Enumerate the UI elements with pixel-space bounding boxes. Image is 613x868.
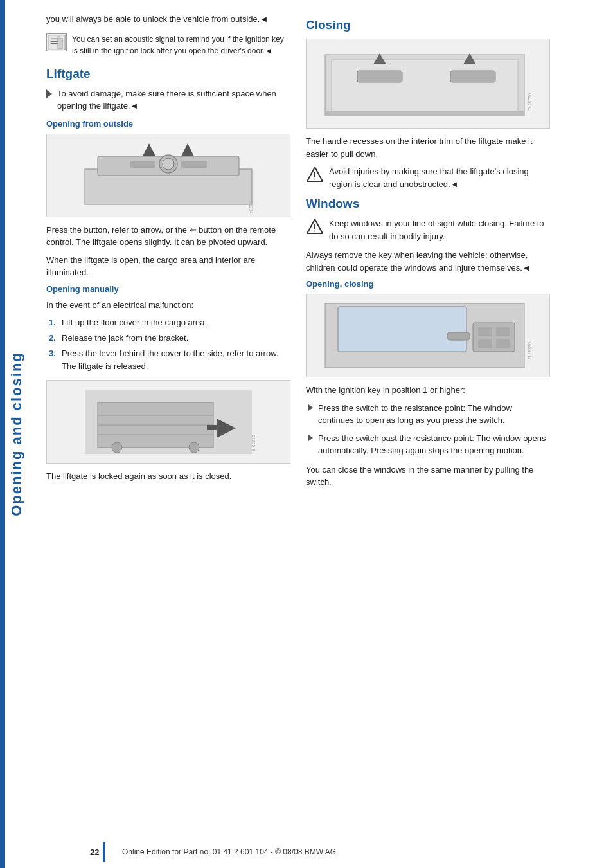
note-icon	[46, 33, 67, 51]
note-box: You can set an acoustic signal to remind…	[46, 33, 290, 57]
opening-manually-heading: Opening manually	[46, 284, 290, 294]
bullet-text-1: Press the switch to the resistance point…	[318, 402, 550, 427]
windows-text1: Always remove the key when leaving the v…	[306, 249, 550, 274]
list-text-2: Release the jack from the bracket.	[62, 332, 188, 345]
liftgate-heading: Liftgate	[46, 67, 290, 81]
list-item: 2. Release the jack from the bracket.	[46, 332, 290, 345]
numbered-list: 1. Lift up the floor cover in the cargo …	[46, 316, 290, 374]
list-text-3: Press the lever behind the cover to the …	[62, 347, 290, 374]
svg-rect-8	[181, 161, 207, 168]
svg-rect-20	[207, 425, 220, 430]
liftgate-open-svg: 01234-A	[78, 137, 258, 214]
svg-rect-43	[478, 339, 492, 348]
svg-marker-12	[181, 143, 194, 156]
svg-rect-41	[478, 327, 492, 336]
arrow-icon	[46, 89, 52, 98]
closing-heading: Closing	[306, 18, 550, 32]
closing-svg: 01236-C	[319, 42, 537, 125]
sidebar-text: Opening and closing	[8, 352, 25, 516]
opening-outside-text2: When the liftgate is open, the cargo are…	[46, 254, 290, 279]
intro-text: you will always be able to unlock the ve…	[46, 13, 290, 26]
opening-closing-heading: Opening, closing	[306, 279, 550, 289]
opening-outside-heading: Opening from outside	[46, 119, 290, 129]
svg-text:01234-A: 01234-A	[249, 201, 253, 214]
closing-image: 01236-C	[306, 39, 550, 129]
liftgate-locked-text: The liftgate is locked again as soon as …	[46, 470, 290, 483]
footer-text: Online Edition for Part no. 01 41 2 601 …	[116, 847, 336, 856]
list-number-3: 3.	[49, 347, 59, 361]
closing-text: The handle recesses on the interior trim…	[306, 135, 550, 160]
note-text: You can set an acoustic signal to remind…	[72, 33, 290, 57]
bullet-text-2: Press the switch past the resistance poi…	[318, 432, 550, 457]
svg-point-22	[189, 442, 199, 453]
liftgate-open-image: 01234-A	[46, 134, 290, 217]
svg-rect-26	[357, 71, 402, 82]
manual-image: 01235-B	[46, 380, 290, 464]
right-column: Closing 01236-C	[306, 13, 550, 855]
svg-text:01236-C: 01236-C	[528, 93, 532, 111]
warning-icon	[306, 166, 324, 183]
warning-icon-2	[306, 218, 324, 235]
list-item: 1. Lift up the floor cover in the cargo …	[46, 316, 290, 330]
svg-text:01235-B: 01235-B	[251, 435, 256, 452]
bullet-list: Press the switch to the resistance point…	[306, 402, 550, 457]
footer: 22 Online Edition for Part no. 01 41 2 6…	[0, 836, 613, 868]
svg-point-10	[163, 158, 174, 170]
svg-rect-42	[496, 327, 510, 336]
bullet-icon-1	[308, 404, 313, 411]
svg-rect-45	[447, 332, 470, 340]
list-number-2: 2.	[49, 332, 59, 345]
svg-point-37	[314, 231, 315, 232]
closing-warning-text: Avoid injuries by making sure that the l…	[329, 165, 550, 190]
svg-rect-25	[332, 60, 518, 111]
footer-bar	[103, 842, 105, 862]
liftgate-info-text: To avoid damage, make sure there is suff…	[57, 87, 290, 113]
sidebar: Opening and closing	[0, 0, 33, 868]
svg-rect-7	[130, 161, 155, 168]
page-number: 22	[90, 847, 99, 857]
liftgate-info-box: To avoid damage, make sure there is suff…	[46, 87, 290, 113]
left-column: you will always be able to unlock the ve…	[46, 13, 290, 855]
svg-rect-44	[496, 339, 510, 348]
svg-point-34	[314, 179, 315, 180]
closing-manner-text: You can close the windows in the same ma…	[306, 464, 550, 489]
windows-warning-box: Keep windows in your line of sight while…	[306, 217, 550, 242]
ignition-text: With the ignition key in position 1 or h…	[306, 384, 550, 397]
svg-marker-11	[143, 143, 155, 156]
window-image: 01237-D	[306, 294, 550, 377]
list-item: 3. Press the lever behind the cover to t…	[46, 347, 290, 374]
svg-rect-39	[338, 307, 466, 352]
sidebar-bar	[0, 0, 5, 868]
main-content: you will always be able to unlock the ve…	[33, 0, 613, 868]
bullet-item-2: Press the switch past the resistance poi…	[306, 432, 550, 457]
list-text-1: Lift up the floor cover in the cargo are…	[62, 316, 207, 330]
opening-outside-text1: Press the button, refer to arrow, or the…	[46, 224, 290, 249]
svg-rect-30	[325, 111, 524, 116]
windows-warning-text: Keep windows in your line of sight while…	[329, 217, 550, 242]
closing-warning-box: Avoid injuries by making sure that the l…	[306, 165, 550, 190]
opening-manually-intro: In the event of an electrical malfunctio…	[46, 299, 290, 312]
bullet-item-1: Press the switch to the resistance point…	[306, 402, 550, 427]
svg-point-21	[112, 442, 122, 453]
page-container: Opening and closing you will always be a…	[0, 0, 613, 868]
svg-rect-27	[450, 71, 495, 82]
windows-heading: Windows	[306, 197, 550, 211]
window-svg: 01237-D	[319, 297, 537, 374]
svg-text:01237-D: 01237-D	[528, 342, 532, 359]
list-number-1: 1.	[49, 316, 59, 330]
bullet-icon-2	[308, 435, 313, 441]
manual-svg: 01235-B	[78, 383, 258, 460]
